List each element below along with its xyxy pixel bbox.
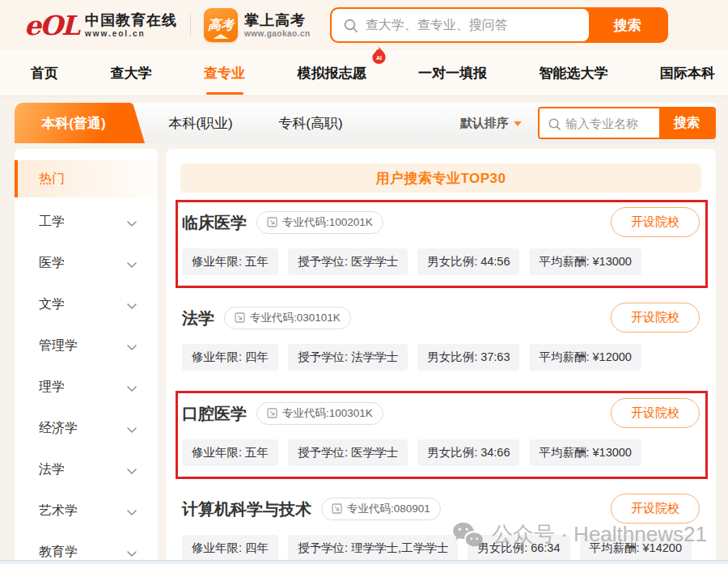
major-attribute-tag: 修业年限: 五年 — [182, 248, 278, 275]
chevron-down-icon — [127, 463, 137, 477]
degree-tabs: 本科(普通) 本科(职业) 专科(高职) — [15, 103, 366, 143]
sidebar-item-science[interactable]: 理学 — [15, 367, 158, 408]
nav-item-label: 查专业 — [204, 66, 245, 81]
sort-dropdown[interactable]: 默认排序 — [460, 116, 522, 131]
svg-text:AI: AI — [375, 55, 381, 61]
gaokao-logo[interactable]: 高考 掌上高考 www.gaokao.cn — [204, 8, 311, 42]
chevron-down-icon — [127, 215, 137, 230]
gaokao-logo-icon: 高考 — [204, 8, 238, 42]
major-attribute-tag: 授予学位: 医学学士 — [288, 439, 408, 466]
major-search-input[interactable] — [540, 108, 659, 138]
sidebar-item-label: 工学 — [39, 214, 65, 231]
nav-item-label: 首页 — [31, 66, 58, 81]
major-attribute-tag: 授予学位: 理学学士,工学学士 — [288, 535, 458, 562]
eol-logo-icon: eOL — [24, 12, 78, 39]
open-colleges-button[interactable]: 开设院校 — [611, 303, 700, 333]
sidebar-item-management[interactable]: 管理学 — [15, 325, 158, 367]
sidebar-item-economics[interactable]: 经济学 — [15, 408, 158, 449]
open-colleges-button[interactable]: 开设院校 — [611, 207, 700, 237]
gaokao-logo-url: www.gaokao.cn — [244, 29, 311, 38]
hot-ai-badge-icon: AI — [370, 46, 387, 69]
major-attribute-tag: 平均薪酬: ¥12000 — [529, 344, 641, 371]
logo-divider — [190, 14, 191, 36]
top30-banner-title: 用户搜索专业TOP30 — [375, 169, 506, 188]
bottom-edge — [0, 560, 728, 564]
sidebar-item-medicine[interactable]: 医学 — [15, 243, 158, 284]
eol-logo[interactable]: eOL 中国教育在线 www.eol.cn — [24, 12, 177, 39]
major-attribute-tag: 修业年限: 四年 — [182, 535, 278, 562]
major-row-computer-science: 计算机科学与技术 专业代码:080901 开设院校 修业年限: 四年 — [180, 479, 701, 563]
open-colleges-button[interactable]: 开设院校 — [611, 494, 700, 524]
nav-item-find-university[interactable]: 查大学 — [109, 59, 154, 87]
major-attribute-tag: 男女比例: 44:56 — [417, 248, 519, 275]
chevron-down-icon — [127, 380, 137, 395]
nav-item-label: 智能选大学 — [540, 66, 608, 81]
major-code-badge: 专业代码:100301K — [256, 402, 383, 425]
book-icon — [213, 34, 229, 39]
nav-item-smart-select[interactable]: 智能选大学 — [538, 59, 610, 87]
nav-item-find-major[interactable]: 查专业 — [202, 59, 247, 87]
nav-item-home[interactable]: 首页 — [29, 59, 60, 87]
major-code-label: 专业代码:100301K — [282, 406, 373, 421]
tab-label: 本科(普通) — [41, 114, 105, 133]
major-name-link[interactable]: 临床医学 — [182, 211, 247, 234]
sidebar-item-education[interactable]: 教育学 — [15, 532, 158, 563]
major-row-clinical-medicine: 临床医学 专业代码:100201K 开设院校 修业年限: 五年授予学 — [180, 193, 701, 288]
nav-item-label: 一对一填报 — [418, 66, 487, 81]
sort-label: 默认排序 — [460, 116, 509, 131]
major-search-button[interactable]: 搜索 — [659, 108, 714, 138]
category-sidebar: 热门 工学 医学 — [15, 149, 158, 563]
sidebar-item-art[interactable]: 艺术学 — [15, 490, 158, 532]
major-attribute-tag: 平均薪酬: ¥13000 — [529, 248, 641, 275]
major-attribute-tag: 授予学位: 医学学士 — [288, 248, 408, 275]
major-attribute-tag: 男女比例: 66:34 — [468, 535, 569, 562]
major-attribute-tag: 男女比例: 34:66 — [417, 439, 519, 466]
sidebar-item-literature[interactable]: 文学 — [15, 284, 158, 325]
sidebar-item-law[interactable]: 法学 — [15, 449, 158, 490]
chevron-down-icon — [127, 545, 137, 560]
tab-label: 本科(职业) — [168, 114, 232, 133]
gaokao-logo-title: 掌上高考 — [244, 12, 311, 29]
majors-list: 临床医学 专业代码:100201K 开设院校 修业年限: 五年授予学 — [180, 193, 701, 563]
top-header: eOL 中国教育在线 www.eol.cn 高考 掌上高考 www.gaokao… — [0, 0, 728, 50]
global-search-input[interactable] — [332, 9, 589, 41]
nav-item-label: 模拟报志愿 — [298, 66, 366, 81]
major-code-badge: 专业代码:100201K — [256, 211, 383, 234]
eol-logo-url: www.eol.cn — [85, 29, 177, 38]
sidebar-item-engineering[interactable]: 工学 — [15, 201, 158, 243]
tab-undergrad-regular[interactable]: 本科(普通) — [15, 103, 133, 143]
caret-down-icon — [514, 121, 522, 126]
major-attribute-tag: 修业年限: 五年 — [182, 439, 278, 466]
major-attribute-tag: 平均薪酬: ¥14200 — [580, 535, 692, 562]
nav-item-one-on-one[interactable]: 一对一填报 — [417, 59, 489, 87]
major-code-badge: 专业代码:080901 — [321, 498, 441, 520]
code-icon — [267, 408, 277, 418]
open-colleges-button[interactable]: 开设院校 — [611, 398, 700, 428]
degree-tabbar: 本科(普通) 本科(职业) 专科(高职) 默认排序 — [15, 103, 716, 143]
chevron-down-icon — [127, 257, 137, 271]
major-row-law: 法学 专业代码:030101K 开设院校 修业年限: 四年授予学位: — [180, 288, 701, 384]
eol-logo-title: 中国教育在线 — [85, 12, 177, 29]
code-icon — [332, 503, 342, 514]
major-name-link[interactable]: 法学 — [182, 307, 214, 329]
tab-undergrad-vocational[interactable]: 本科(职业) — [146, 103, 256, 143]
chevron-down-icon — [127, 298, 137, 312]
global-search-button[interactable]: 搜索 — [589, 9, 667, 41]
sidebar-item-label: 教育学 — [39, 544, 78, 561]
major-code-label: 专业代码:030101K — [250, 311, 341, 325]
page: eOL 中国教育在线 www.eol.cn 高考 掌上高考 www.gaokao… — [0, 0, 728, 564]
major-code-label: 专业代码:100201K — [282, 215, 373, 230]
sidebar-item-label: 热门 — [39, 171, 65, 188]
major-name-link[interactable]: 计算机科学与技术 — [182, 498, 311, 520]
majors-panel: 用户搜索专业TOP30 临床医学 专业代码:100201K — [166, 149, 716, 563]
tab-junior-college[interactable]: 专科(高职) — [256, 103, 366, 143]
sidebar-item-label: 法学 — [39, 461, 65, 478]
nav-item-mock-application[interactable]: 模拟报志愿 AI — [296, 59, 368, 87]
sidebar-item-hot[interactable]: 热门 — [15, 160, 158, 197]
nav-item-label: 查大学 — [111, 66, 152, 81]
sidebar-item-label: 文学 — [39, 296, 65, 313]
sidebar-item-label: 艺术学 — [39, 503, 78, 519]
chevron-down-icon — [127, 504, 137, 519]
major-name-link[interactable]: 口腔医学 — [182, 402, 247, 425]
nav-item-international[interactable]: 国际本科 — [658, 59, 717, 87]
